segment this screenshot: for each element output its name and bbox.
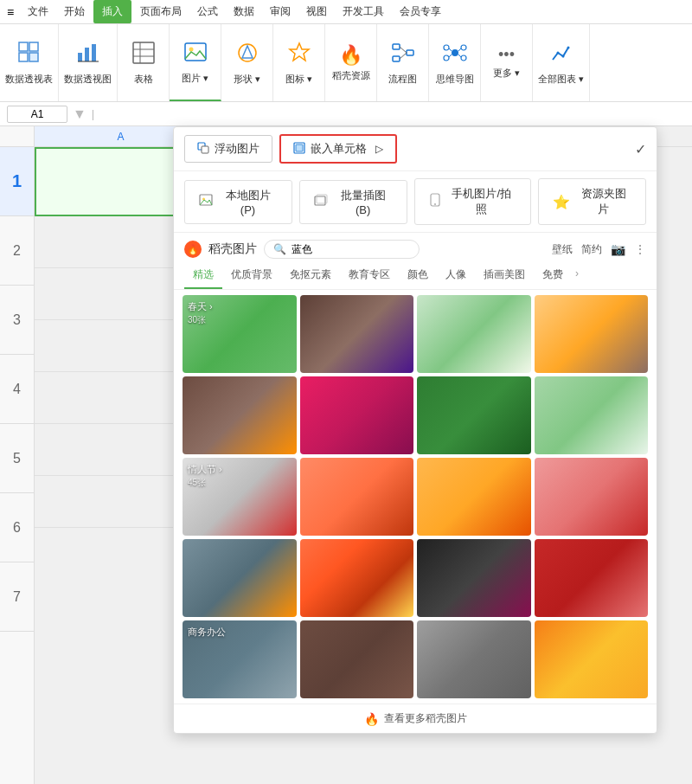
image-item-redheart[interactable] xyxy=(535,458,649,536)
image-item-flowers[interactable] xyxy=(300,376,414,454)
image-item-castle[interactable] xyxy=(183,539,297,617)
camera-icon[interactable]: 📷 xyxy=(611,242,625,256)
menu-dev-tools[interactable]: 开发工具 xyxy=(336,0,391,23)
tab-arrow[interactable]: › xyxy=(572,262,582,289)
svg-point-33 xyxy=(567,46,569,48)
local-image-button[interactable]: 本地图片(P) xyxy=(184,180,292,224)
row-header-1[interactable]: 1 xyxy=(0,147,34,216)
svg-line-30 xyxy=(458,55,461,57)
image-item-valentine[interactable]: 情人节 › 45张 xyxy=(183,458,297,536)
row-header-7[interactable]: 7 xyxy=(0,562,34,632)
menu-data[interactable]: 数据 xyxy=(227,0,261,23)
ribbon-more[interactable]: ••• 更多 ▾ xyxy=(481,24,533,101)
image-item-office[interactable]: 商务办公 xyxy=(183,620,297,698)
image-item-berries[interactable] xyxy=(535,539,649,617)
phone-image-button[interactable]: 手机图片/拍照 xyxy=(414,178,531,225)
wallpaper-button[interactable]: 壁纸 xyxy=(552,242,573,257)
ribbon-icon[interactable]: 图标 ▾ xyxy=(273,24,325,101)
daoke-search-input[interactable] xyxy=(292,243,378,255)
svg-point-32 xyxy=(561,55,564,57)
tab-portrait[interactable]: 人像 xyxy=(437,262,475,289)
cursor-icon: ▷ xyxy=(375,143,383,155)
row-header-2[interactable]: 2 xyxy=(0,216,34,286)
image-item-spring[interactable]: 春天 › 30张 xyxy=(183,295,297,373)
pivot-chart-label: 数据透视图 xyxy=(64,73,112,86)
menu-insert[interactable]: 插入 xyxy=(93,0,131,23)
menu-view[interactable]: 视图 xyxy=(299,0,334,23)
image-item-wine[interactable] xyxy=(535,620,649,698)
svg-point-43 xyxy=(434,203,436,205)
embed-label: 嵌入单元格 xyxy=(311,141,367,157)
picture-icon xyxy=(183,40,208,69)
cell-reference[interactable] xyxy=(7,106,67,123)
menu-review[interactable]: 审阅 xyxy=(263,0,298,23)
batch-image-button[interactable]: 批量插图(B) xyxy=(299,180,407,224)
ribbon-mindmap[interactable]: 思维导图 xyxy=(429,24,481,101)
pivot-chart-icon xyxy=(76,41,100,70)
view-more-button[interactable]: 🔥 查看更多稻壳图片 xyxy=(174,704,657,733)
tab-education[interactable]: 教育专区 xyxy=(340,262,399,289)
row-header-6[interactable]: 6 xyxy=(0,493,34,562)
local-label: 本地图片(P) xyxy=(218,188,278,216)
ribbon-flow[interactable]: 流程图 xyxy=(377,24,429,101)
more-options-icon[interactable]: ⋮ xyxy=(634,242,646,256)
image-item-girl[interactable] xyxy=(535,295,649,373)
ribbon-pivot-table[interactable]: 数据透视表 xyxy=(0,24,59,101)
tab-free[interactable]: 免费 xyxy=(534,262,572,289)
tab-featured[interactable]: 精选 xyxy=(184,262,222,289)
flow-icon xyxy=(391,41,415,70)
tab-color[interactable]: 颜色 xyxy=(399,262,437,289)
tab-quality-bg[interactable]: 优质背景 xyxy=(222,262,281,289)
ribbon-shape[interactable]: 形状 ▾ xyxy=(221,24,273,101)
svg-point-25 xyxy=(461,45,466,50)
menu-formula[interactable]: 公式 xyxy=(190,0,225,23)
image-item-green[interactable] xyxy=(417,376,531,454)
svg-rect-3 xyxy=(29,53,38,61)
tab-cutout[interactable]: 免抠元素 xyxy=(281,262,340,289)
image-item-whiteplant[interactable] xyxy=(535,376,649,454)
embed-image-button[interactable]: 嵌入单元格 ▷ xyxy=(279,134,397,164)
row-header-5[interactable]: 5 xyxy=(0,424,34,493)
float-image-button[interactable]: 浮动图片 xyxy=(184,135,272,163)
ribbon: 数据透视表 数据透视图 表格 图片 ▾ 形状 ▾ 图标 ▾ 🔥 稻壳资源 xyxy=(0,24,692,102)
menu-vip[interactable]: 会员专享 xyxy=(393,0,448,23)
formula-bar: ▼ | xyxy=(0,102,692,126)
shape-label: 形状 ▾ xyxy=(234,73,260,86)
image-item-handshake[interactable] xyxy=(300,620,414,698)
image-item-drops[interactable] xyxy=(300,295,414,373)
ribbon-chart[interactable]: 全部图表 ▾ xyxy=(533,24,590,101)
image-insert-panel: 浮动图片 嵌入单元格 ▷ ✓ 本地图片(P) xyxy=(173,126,657,734)
ribbon-table[interactable]: 表格 xyxy=(118,24,170,101)
resource-label: 资源夹图片 xyxy=(575,186,631,217)
image-item-couple2[interactable] xyxy=(417,458,531,536)
image-item-plant1[interactable] xyxy=(417,295,531,373)
image-item-sunset[interactable] xyxy=(300,539,414,617)
ribbon-pivot-chart[interactable]: 数据透视图 xyxy=(59,24,118,101)
image-item-couple1[interactable] xyxy=(300,458,414,536)
menu-start[interactable]: 开始 xyxy=(57,0,92,23)
svg-rect-1 xyxy=(29,42,38,51)
image-item-friends[interactable] xyxy=(417,620,531,698)
menu-file[interactable]: 文件 xyxy=(21,0,55,23)
ribbon-picture[interactable]: 图片 ▾ xyxy=(170,24,221,101)
row-header-3[interactable]: 3 xyxy=(0,286,34,355)
image-item-heart2[interactable] xyxy=(417,539,531,617)
resource-image-button[interactable]: ⭐ 资源夹图片 xyxy=(538,178,646,225)
pivot-table-label: 数据透视表 xyxy=(5,73,53,86)
search-icon: 🔍 xyxy=(273,243,286,255)
hamburger-icon[interactable]: ≡ xyxy=(7,5,14,19)
daoke-search-box[interactable]: 🔍 xyxy=(264,240,420,259)
menu-page-layout[interactable]: 页面布局 xyxy=(133,0,189,23)
svg-line-20 xyxy=(400,47,407,53)
svg-point-13 xyxy=(189,47,193,51)
table-icon xyxy=(131,41,156,70)
daoke-actions: 壁纸 简约 📷 ⋮ xyxy=(552,242,646,257)
ribbon-daoke-res[interactable]: 🔥 稻壳资源 xyxy=(325,24,377,101)
row-header-4[interactable]: 4 xyxy=(0,355,34,424)
tab-illustration[interactable]: 插画美图 xyxy=(475,262,534,289)
office-label: 商务办公 xyxy=(188,626,226,639)
svg-line-29 xyxy=(458,48,461,51)
svg-point-23 xyxy=(444,45,449,50)
image-item-mushroom[interactable] xyxy=(183,376,297,454)
minimal-button[interactable]: 简约 xyxy=(581,242,602,257)
